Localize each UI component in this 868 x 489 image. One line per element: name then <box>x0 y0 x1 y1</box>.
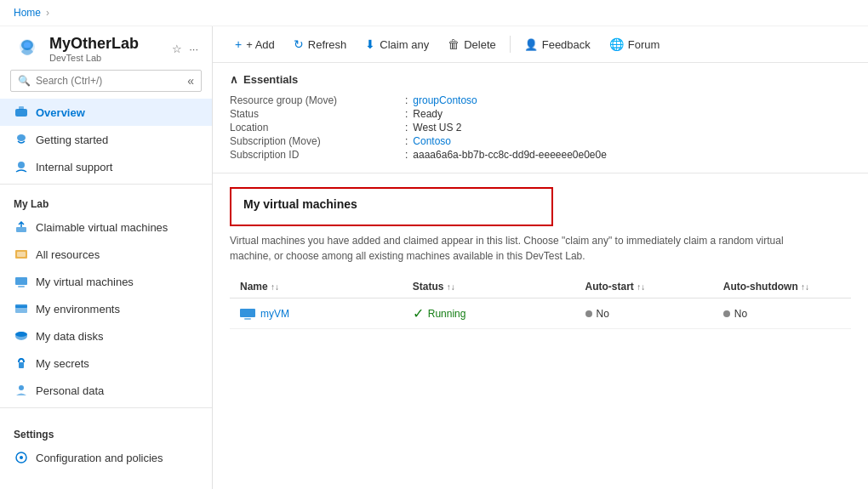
sub-id-value: aaaa6a6a-bb7b-cc8c-dd9d-eeeeee0e0e0e <box>413 149 607 161</box>
add-icon: + <box>235 37 242 51</box>
autoshutdown-dot <box>723 310 730 317</box>
name-sort-icon[interactable]: ↑↓ <box>271 282 279 292</box>
vm-autostart-cell: No <box>575 299 713 329</box>
svg-rect-3 <box>15 109 27 117</box>
config-policies-label: Configuration and policies <box>36 452 163 464</box>
internal-support-label: Internal support <box>36 161 112 173</box>
nav-internal-support[interactable]: Internal support <box>0 153 212 180</box>
svg-rect-9 <box>17 252 26 257</box>
nav-config-policies[interactable]: Configuration and policies <box>0 444 212 471</box>
svg-rect-13 <box>15 304 27 308</box>
claim-any-button[interactable]: ⬇ Claim any <box>357 33 437 55</box>
vm-name-cell: myVM <box>230 299 403 329</box>
delete-label: Delete <box>464 38 496 51</box>
nav-overview[interactable]: Overview <box>0 99 212 126</box>
overview-icon <box>14 105 29 120</box>
my-secrets-icon <box>14 355 29 371</box>
rg-link[interactable]: groupContoso <box>413 94 477 106</box>
vm-name-link[interactable]: myVM <box>240 308 392 320</box>
nav-my-vms[interactable]: My virtual machines <box>0 268 212 295</box>
my-environments-icon <box>14 301 29 316</box>
location-value: West US 2 <box>413 122 461 134</box>
nav-my-secrets[interactable]: My secrets <box>0 350 212 377</box>
more-icon[interactable]: ··· <box>189 43 198 55</box>
nav-my-data-disks[interactable]: My data disks <box>0 322 212 350</box>
autoshutdown-sort-icon[interactable]: ↑↓ <box>801 282 809 292</box>
lab-icon <box>14 36 41 63</box>
nav-personal-data[interactable]: Personal data <box>0 377 212 404</box>
feedback-label: Feedback <box>542 38 591 51</box>
vm-status-cell: ✓ Running <box>403 299 575 329</box>
feedback-icon: 👤 <box>524 38 538 51</box>
col-header-autostart: Auto-start ↑↓ <box>575 276 713 299</box>
subscription-link[interactable]: Contoso <box>413 135 451 147</box>
subscription-value: Contoso <box>413 135 451 147</box>
vm-highlight-box: My virtual machines <box>230 187 553 226</box>
overview-label: Overview <box>36 106 85 119</box>
delete-button[interactable]: 🗑 Delete <box>439 33 505 55</box>
nav-my-environments[interactable]: My environments <box>0 295 212 322</box>
breadcrumb-separator: › <box>46 7 49 19</box>
svg-point-5 <box>17 134 26 141</box>
essentials-row-rg: Resource group (Move) : groupContoso <box>230 94 851 106</box>
colon-2: : <box>405 108 408 120</box>
essentials-title: Essentials <box>243 73 298 86</box>
status-value: Ready <box>413 108 443 120</box>
my-secrets-label: My secrets <box>36 357 89 370</box>
nav-claimable-vms[interactable]: Claimable virtual machines <box>0 213 212 241</box>
collapse-icon: ∧ <box>230 73 238 86</box>
col-header-name: Name ↑↓ <box>230 276 403 299</box>
colon-1: : <box>405 94 408 106</box>
essentials-header[interactable]: ∧ Essentials <box>230 73 851 86</box>
autostart-sort-icon[interactable]: ↑↓ <box>637 282 645 292</box>
location-label: Location <box>230 122 400 134</box>
refresh-label: Refresh <box>308 38 347 51</box>
collapse-sidebar-button[interactable]: « <box>187 74 194 88</box>
status-check-icon: ✓ <box>413 305 424 321</box>
refresh-button[interactable]: ↻ Refresh <box>285 33 356 55</box>
svg-point-19 <box>20 456 23 459</box>
essentials-section: ∧ Essentials Resource group (Move) : gro… <box>213 63 868 173</box>
table-header-row: Name ↑↓ Status ↑↓ Auto-start ↑↓ <box>230 276 851 299</box>
nav-getting-started[interactable]: Getting started <box>0 126 212 153</box>
my-vms-label: My virtual machines <box>36 276 134 288</box>
sidebar-header: MyOtherLab DevTest Lab ☆ ··· <box>0 26 212 70</box>
forum-label: Forum <box>628 38 660 51</box>
status-sort-icon[interactable]: ↑↓ <box>447 282 455 292</box>
search-input[interactable] <box>36 75 182 87</box>
vm-autoshutdown-cell: No <box>713 299 851 329</box>
forum-button[interactable]: 🌐 Forum <box>601 33 669 55</box>
toolbar-separator <box>510 36 511 53</box>
sidebar-header-actions: ☆ ··· <box>172 43 198 55</box>
rg-label: Resource group (Move) <box>230 94 400 106</box>
claimable-vms-icon <box>14 219 29 235</box>
essentials-row-location: Location : West US 2 <box>230 122 851 134</box>
home-link[interactable]: Home <box>14 7 41 19</box>
subscription-label: Subscription (Move) <box>230 135 400 147</box>
search-icon: 🔍 <box>18 75 31 87</box>
sidebar-title: MyOtherLab <box>49 35 163 53</box>
internal-support-icon <box>14 159 29 174</box>
svg-rect-16 <box>19 362 24 368</box>
claim-any-label: Claim any <box>380 38 429 51</box>
settings-section-label: Settings <box>0 418 212 444</box>
feedback-button[interactable]: 👤 Feedback <box>516 34 599 55</box>
colon-4: : <box>405 135 408 147</box>
delete-icon: 🗑 <box>448 37 460 51</box>
col-header-status: Status ↑↓ <box>403 276 575 299</box>
pin-icon[interactable]: ☆ <box>172 43 182 55</box>
all-resources-icon <box>14 247 29 262</box>
table-row: myVM ✓ Running <box>230 299 851 329</box>
search-box[interactable]: 🔍 « <box>10 70 202 92</box>
personal-data-label: Personal data <box>36 384 104 397</box>
svg-rect-21 <box>244 318 251 320</box>
vm-autostart: No <box>585 308 703 320</box>
main-content: + + Add ↻ Refresh ⬇ Claim any 🗑 Delete <box>213 26 868 489</box>
rg-value: groupContoso <box>413 94 477 106</box>
nav-all-resources[interactable]: All resources <box>0 241 212 268</box>
colon-5: : <box>405 149 408 161</box>
add-button[interactable]: + + Add <box>226 33 283 55</box>
my-data-disks-label: My data disks <box>36 330 103 343</box>
sub-id-label: Subscription ID <box>230 149 400 161</box>
config-policies-icon <box>14 450 29 465</box>
